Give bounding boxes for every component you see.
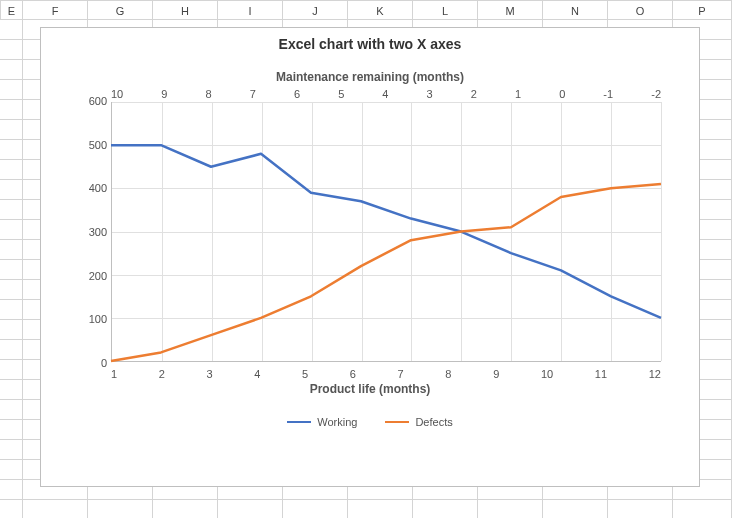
- secondary-x-axis-ticks: 109876543210-1-2: [111, 88, 661, 100]
- chart-legend: Working Defects: [41, 416, 699, 428]
- legend-swatch-icon: [287, 421, 311, 423]
- col-header[interactable]: O: [608, 0, 673, 20]
- column-header-row: E F G H I J K L M N O P: [0, 0, 732, 20]
- primary-x-axis-title: Product life (months): [41, 382, 699, 396]
- legend-item-working: Working: [287, 416, 357, 428]
- plot-area: 6005004003002001000: [111, 102, 661, 362]
- col-header[interactable]: F: [23, 0, 88, 20]
- col-header-stub[interactable]: E: [0, 0, 23, 20]
- chart-object[interactable]: Excel chart with two X axes Maintenance …: [40, 27, 700, 487]
- legend-item-defects: Defects: [385, 416, 452, 428]
- chart-lines-svg: [111, 102, 661, 361]
- y-axis-ticks: 6005004003002001000: [77, 95, 107, 369]
- chart-title: Excel chart with two X axes: [41, 36, 699, 52]
- legend-label: Defects: [415, 416, 452, 428]
- col-header[interactable]: N: [543, 0, 608, 20]
- col-header[interactable]: G: [88, 0, 153, 20]
- col-header[interactable]: H: [153, 0, 218, 20]
- legend-swatch-icon: [385, 421, 409, 423]
- col-header[interactable]: K: [348, 0, 413, 20]
- spreadsheet-viewport: E F G H I J K L M N O P Excel chart with…: [0, 0, 732, 518]
- legend-label: Working: [317, 416, 357, 428]
- secondary-x-axis-title: Maintenance remaining (months): [41, 70, 699, 84]
- col-header[interactable]: J: [283, 0, 348, 20]
- col-header[interactable]: P: [673, 0, 732, 20]
- col-header[interactable]: M: [478, 0, 543, 20]
- col-header[interactable]: L: [413, 0, 478, 20]
- primary-x-axis-ticks: 123456789101112: [111, 368, 661, 380]
- col-header[interactable]: I: [218, 0, 283, 20]
